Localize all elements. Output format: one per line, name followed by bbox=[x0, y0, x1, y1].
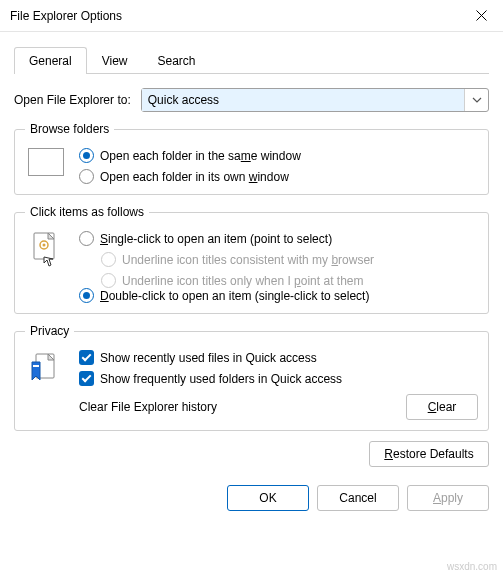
radio-underline-browser: Underline icon titles consistent with my… bbox=[101, 252, 478, 267]
radio-double-click[interactable]: Double-click to open an item (single-cli… bbox=[79, 288, 478, 303]
clear-button[interactable]: Clear bbox=[406, 394, 478, 420]
radio-underline-point: Underline icon titles only when I point … bbox=[101, 273, 478, 288]
document-click-icon bbox=[30, 231, 62, 269]
window-icon bbox=[28, 148, 64, 176]
checkbox-recent-files[interactable]: Show recently used files in Quick access bbox=[79, 350, 478, 365]
dialog-footer: OK Cancel Apply bbox=[0, 471, 503, 525]
restore-defaults-button[interactable]: Restore Defaults bbox=[369, 441, 489, 467]
privacy-group: Privacy Show recently used files in Quic… bbox=[14, 324, 489, 431]
radio-icon bbox=[101, 252, 116, 267]
cancel-button[interactable]: Cancel bbox=[317, 485, 399, 511]
tab-strip: General View Search bbox=[14, 46, 489, 74]
apply-button: Apply bbox=[407, 485, 489, 511]
privacy-legend: Privacy bbox=[25, 324, 74, 338]
browse-folders-icon-col bbox=[25, 148, 67, 184]
watermark: wsxdn.com bbox=[447, 561, 497, 572]
radio-icon bbox=[79, 169, 94, 184]
privacy-icon bbox=[30, 350, 62, 391]
titlebar: File Explorer Options bbox=[0, 0, 503, 32]
click-items-legend: Click items as follows bbox=[25, 205, 149, 219]
ok-button[interactable]: OK bbox=[227, 485, 309, 511]
browse-folders-legend: Browse folders bbox=[25, 122, 114, 136]
radio-icon bbox=[79, 288, 94, 303]
window-title: File Explorer Options bbox=[10, 9, 122, 23]
radio-same-window-label: Open each folder in the same window bbox=[100, 149, 301, 163]
checkbox-recent-files-label: Show recently used files in Quick access bbox=[100, 351, 317, 365]
radio-double-click-label: Double-click to open an item (single-cli… bbox=[100, 289, 369, 303]
privacy-icon-col bbox=[25, 350, 67, 420]
close-icon bbox=[476, 10, 487, 21]
radio-same-window[interactable]: Open each folder in the same window bbox=[79, 148, 478, 163]
radio-icon bbox=[79, 148, 94, 163]
tab-search[interactable]: Search bbox=[143, 47, 211, 74]
svg-rect-4 bbox=[33, 365, 39, 367]
open-explorer-value: Quick access bbox=[142, 89, 464, 111]
radio-underline-point-label: Underline icon titles only when I point … bbox=[122, 274, 363, 288]
click-items-group: Click items as follows Single-click to o… bbox=[14, 205, 489, 314]
tab-general[interactable]: General bbox=[14, 47, 87, 74]
chevron-down-icon bbox=[472, 97, 482, 103]
radio-icon bbox=[101, 273, 116, 288]
open-explorer-select[interactable]: Quick access bbox=[141, 88, 489, 112]
browse-folders-group: Browse folders Open each folder in the s… bbox=[14, 122, 489, 195]
close-button[interactable] bbox=[459, 0, 503, 32]
checkbox-icon bbox=[79, 350, 94, 365]
checkbox-frequent-folders-label: Show frequently used folders in Quick ac… bbox=[100, 372, 342, 386]
clear-history-row: Clear File Explorer history Clear bbox=[79, 394, 478, 420]
restore-row: Restore Defaults bbox=[14, 441, 489, 467]
click-items-icon-col bbox=[25, 231, 67, 303]
clear-history-label: Clear File Explorer history bbox=[79, 400, 217, 414]
radio-single-click[interactable]: Single-click to open an item (point to s… bbox=[79, 231, 478, 246]
content-area: General View Search Open File Explorer t… bbox=[0, 32, 503, 467]
open-explorer-row: Open File Explorer to: Quick access bbox=[14, 88, 489, 112]
checkbox-icon bbox=[79, 371, 94, 386]
svg-point-2 bbox=[43, 244, 46, 247]
checkbox-frequent-folders[interactable]: Show frequently used folders in Quick ac… bbox=[79, 371, 478, 386]
radio-own-window-label: Open each folder in its own window bbox=[100, 170, 289, 184]
tab-view[interactable]: View bbox=[87, 47, 143, 74]
radio-icon bbox=[79, 231, 94, 246]
radio-own-window[interactable]: Open each folder in its own window bbox=[79, 169, 478, 184]
radio-underline-browser-label: Underline icon titles consistent with my… bbox=[122, 253, 374, 267]
open-explorer-label: Open File Explorer to: bbox=[14, 93, 131, 107]
dropdown-button[interactable] bbox=[464, 89, 488, 111]
radio-single-click-label: Single-click to open an item (point to s… bbox=[100, 232, 332, 246]
